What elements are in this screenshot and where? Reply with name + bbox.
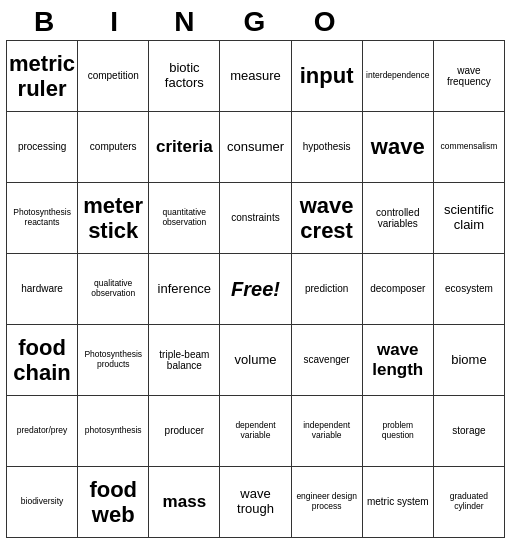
table-row: wave crest — [292, 183, 363, 254]
cell-text-44: mass — [163, 492, 206, 512]
cell-text-2: biotic factors — [152, 61, 216, 91]
table-row: qualitative observation — [78, 254, 149, 325]
table-row: graduated cylinder — [434, 467, 505, 538]
bingo-grid: metric rulercompetitionbiotic factorsmea… — [6, 40, 505, 538]
table-row: metric system — [363, 467, 434, 538]
table-row: problem question — [363, 396, 434, 467]
cell-text-35: predator/prey — [17, 426, 68, 436]
cell-text-37: producer — [165, 425, 204, 437]
table-row: mass — [149, 467, 220, 538]
cell-text-32: scavenger — [304, 354, 350, 366]
table-row: scientific claim — [434, 183, 505, 254]
table-row: processing — [7, 112, 78, 183]
table-row: biome — [434, 325, 505, 396]
header-blank2 — [432, 6, 500, 38]
table-row: volume — [220, 325, 291, 396]
bingo-header: B I N G O — [6, 6, 505, 38]
cell-text-47: metric system — [367, 496, 429, 508]
table-row: photosynthesis — [78, 396, 149, 467]
table-row: wave length — [363, 325, 434, 396]
cell-text-5: interdependence — [366, 71, 429, 81]
cell-text-23: inference — [158, 282, 211, 297]
cell-text-31: volume — [235, 353, 277, 368]
cell-text-24: Free! — [231, 278, 280, 301]
table-row: controlled variables — [363, 183, 434, 254]
table-row: hypothesis — [292, 112, 363, 183]
cell-text-43: food web — [81, 477, 145, 528]
cell-text-7: processing — [18, 141, 66, 153]
cell-text-16: quantitative observation — [152, 208, 216, 228]
cell-text-40: problem question — [366, 421, 430, 441]
table-row: biotic factors — [149, 41, 220, 112]
header-n: N — [151, 6, 219, 38]
table-row: decomposer — [363, 254, 434, 325]
table-row: Photosynthesis products — [78, 325, 149, 396]
cell-text-17: constraints — [231, 212, 279, 224]
cell-text-36: photosynthesis — [85, 426, 142, 436]
cell-text-39: independent variable — [295, 421, 359, 441]
cell-text-6: wave frequency — [437, 65, 501, 88]
cell-text-46: engineer design process — [295, 492, 359, 512]
cell-text-38: dependent variable — [223, 421, 287, 441]
table-row: commensalism — [434, 112, 505, 183]
header-g: G — [221, 6, 289, 38]
table-row: computers — [78, 112, 149, 183]
cell-text-12: wave — [371, 134, 425, 159]
cell-text-10: consumer — [227, 140, 284, 155]
table-row: food web — [78, 467, 149, 538]
cell-text-20: scientific claim — [437, 203, 501, 233]
cell-text-29: Photosynthesis products — [81, 350, 145, 370]
header-o: O — [292, 6, 360, 38]
header-blank1 — [362, 6, 430, 38]
table-row: interdependence — [363, 41, 434, 112]
table-row: ecosystem — [434, 254, 505, 325]
table-row: input — [292, 41, 363, 112]
cell-text-1: competition — [88, 70, 139, 82]
cell-text-22: qualitative observation — [81, 279, 145, 299]
table-row: producer — [149, 396, 220, 467]
header-b: B — [11, 6, 79, 38]
cell-text-0: metric ruler — [9, 51, 75, 102]
cell-text-27: ecosystem — [445, 283, 493, 295]
cell-text-8: computers — [90, 141, 137, 153]
table-row: predator/prey — [7, 396, 78, 467]
table-row: quantitative observation — [149, 183, 220, 254]
table-row: wave frequency — [434, 41, 505, 112]
table-row: storage — [434, 396, 505, 467]
cell-text-18: wave crest — [295, 193, 359, 244]
cell-text-28: food chain — [10, 335, 74, 386]
table-row: inference — [149, 254, 220, 325]
cell-text-41: storage — [452, 425, 485, 437]
cell-text-14: Photosynthesis reactants — [10, 208, 74, 228]
cell-text-4: input — [300, 63, 354, 88]
header-i: I — [81, 6, 149, 38]
table-row: wave trough — [220, 467, 291, 538]
table-row: engineer design process — [292, 467, 363, 538]
table-row: Free! — [220, 254, 291, 325]
table-row: Photosynthesis reactants — [7, 183, 78, 254]
table-row: biodiversity — [7, 467, 78, 538]
table-row: dependent variable — [220, 396, 291, 467]
cell-text-13: commensalism — [441, 142, 498, 152]
table-row: criteria — [149, 112, 220, 183]
table-row: wave — [363, 112, 434, 183]
table-row: consumer — [220, 112, 291, 183]
cell-text-3: measure — [230, 69, 281, 84]
cell-text-33: wave length — [366, 340, 430, 379]
table-row: prediction — [292, 254, 363, 325]
cell-text-19: controlled variables — [366, 207, 430, 230]
table-row: meter stick — [78, 183, 149, 254]
cell-text-15: meter stick — [81, 193, 145, 244]
cell-text-21: hardware — [21, 283, 63, 295]
table-row: scavenger — [292, 325, 363, 396]
table-row: hardware — [7, 254, 78, 325]
table-row: metric ruler — [7, 41, 78, 112]
table-row: measure — [220, 41, 291, 112]
cell-text-26: decomposer — [370, 283, 425, 295]
cell-text-9: criteria — [156, 137, 213, 157]
cell-text-34: biome — [451, 353, 486, 368]
table-row: triple-beam balance — [149, 325, 220, 396]
table-row: independent variable — [292, 396, 363, 467]
cell-text-48: graduated cylinder — [437, 492, 501, 512]
table-row: food chain — [7, 325, 78, 396]
